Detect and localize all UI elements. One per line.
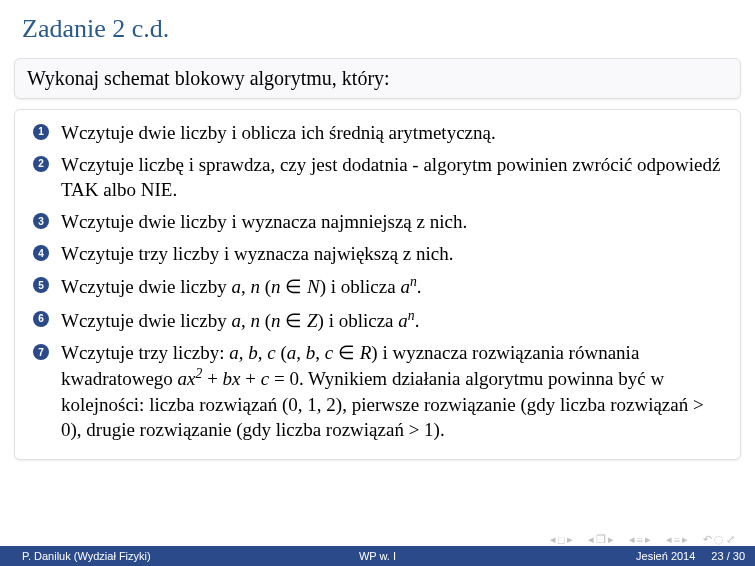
nav-prev-icon	[550, 533, 556, 546]
list-item: Wczytuje dwie liczby i oblicza ich średn…	[31, 120, 728, 145]
instruction-block: Wykonaj schemat blokowy algorytmu, który…	[14, 58, 741, 99]
nav-subsection-group[interactable]	[629, 533, 651, 546]
beamer-nav	[550, 533, 735, 546]
slide-title: Zadanie 2 c.d.	[0, 0, 755, 54]
nav-next-icon	[608, 533, 614, 546]
nav-next-icon	[567, 533, 573, 546]
content-block: Wczytuje dwie liczby i oblicza ich średn…	[14, 109, 741, 460]
nav-prev-icon	[588, 533, 594, 546]
nav-section-group[interactable]	[588, 533, 614, 546]
enumerated-list: Wczytuje dwie liczby i oblicza ich średn…	[27, 120, 728, 442]
nav-next-icon	[645, 533, 651, 546]
nav-misc-group[interactable]	[703, 533, 735, 546]
footer-term: Jesień 2014	[636, 550, 695, 562]
nav-circ-icon	[714, 533, 724, 546]
list-item: Wczytuje dwie liczby a, n (n ∈ Z) i obli…	[31, 307, 728, 333]
nav-lines-icon	[637, 534, 643, 546]
nav-prev-icon	[629, 533, 635, 546]
instruction-text: Wykonaj schemat blokowy algorytmu, który…	[27, 67, 390, 89]
footer-title: WP w. I	[359, 550, 396, 562]
nav-span-icon	[726, 533, 735, 546]
nav-lines-icon	[674, 534, 680, 546]
list-item: Wczytuje dwie liczby a, n (n ∈ N) i obli…	[31, 273, 728, 299]
list-item: Wczytuje liczbę i sprawdza, czy jest dod…	[31, 152, 728, 202]
nav-prev-icon	[666, 533, 672, 546]
nav-next-icon	[682, 533, 688, 546]
footer-author: P. Daniluk (Wydział Fizyki)	[0, 550, 151, 562]
nav-doc-group[interactable]	[666, 533, 688, 546]
list-item: Wczytuje trzy liczby: a, b, c (a, b, c ∈…	[31, 340, 728, 442]
nav-slide-icon	[558, 534, 565, 546]
nav-back-icon	[703, 533, 712, 546]
footer: P. Daniluk (Wydział Fizyki) WP w. I Jesi…	[0, 546, 755, 566]
nav-frame-group[interactable]	[550, 533, 573, 546]
list-item: Wczytuje trzy liczby i wyznacza najwięks…	[31, 241, 728, 266]
footer-page: 23 / 30	[711, 550, 745, 562]
nav-frame-icon	[596, 533, 606, 546]
list-item: Wczytuje dwie liczby i wyznacza najmniej…	[31, 209, 728, 234]
